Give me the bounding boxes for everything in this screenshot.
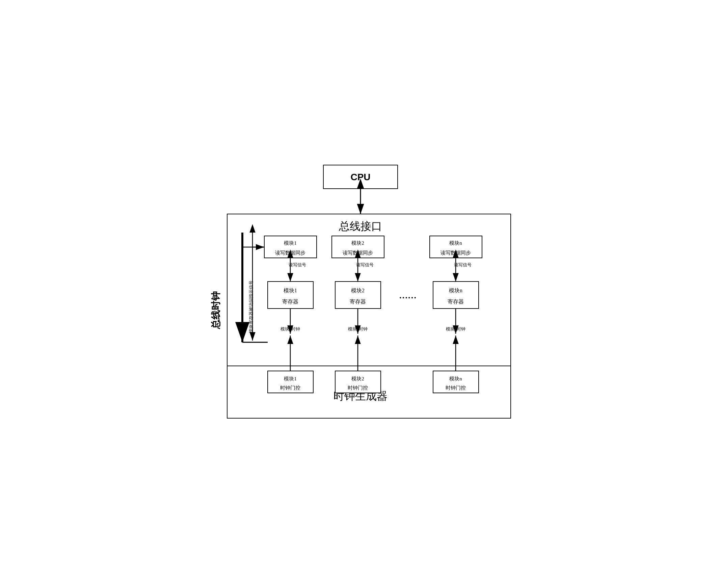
modulen-reg-label2: 寄存器 bbox=[448, 299, 464, 304]
modulen-register-box bbox=[433, 281, 479, 309]
modulen-reg-label1: 模块n bbox=[449, 288, 463, 293]
ellipsis-label: …… bbox=[399, 291, 417, 300]
modulen-clock-label1: 模块n bbox=[449, 376, 462, 381]
module2-reg-label1: 模块2 bbox=[351, 288, 364, 293]
bus-clock-label: 总线时钟 bbox=[210, 291, 221, 330]
modulen-clock-label2: 时钟门控 bbox=[446, 385, 466, 391]
m1-clock-label: 模块1时钟 bbox=[280, 327, 300, 332]
module2-clock-label1: 模块2 bbox=[352, 376, 364, 381]
cpu-label: CPU bbox=[351, 172, 370, 182]
module1-clock-label2: 时钟门控 bbox=[280, 385, 300, 391]
m2-clock-label: 模块2时钟 bbox=[348, 327, 368, 332]
module1-reg-label1: 模块1 bbox=[283, 288, 297, 293]
module2-clock-label2: 时钟门控 bbox=[348, 385, 368, 391]
m1-rw-label: 读写信号 bbox=[289, 262, 306, 267]
module2-sync-label1: 模块2 bbox=[352, 240, 364, 246]
modulen-sync-label1: 模块n bbox=[449, 240, 462, 246]
module1-reg-label2: 寄存器 bbox=[282, 299, 298, 304]
diagram-container: CPU 总线接口 模块1 读写数据同步 模块2 读写数据同步 模块n 读写数据同… bbox=[209, 158, 512, 430]
module2-register-box bbox=[335, 281, 381, 309]
m2-rw-label: 读写信号 bbox=[356, 262, 374, 267]
module1-register-box bbox=[268, 281, 313, 309]
module2-sync-label2: 读写数据同步 bbox=[343, 250, 373, 255]
module1-sync-label2: 读写数据同步 bbox=[275, 250, 305, 255]
module1-clock-label1: 模块1 bbox=[284, 376, 297, 381]
main-diagram-svg: CPU 总线接口 模块1 读写数据同步 模块2 读写数据同步 模块n 读写数据同… bbox=[209, 158, 512, 428]
modulen-sync-label2: 读写数据同步 bbox=[441, 250, 471, 255]
module1-sync-label1: 模块1 bbox=[284, 240, 297, 246]
module2-reg-label2: 寄存器 bbox=[350, 299, 366, 304]
mn-clock-label: 模块n时钟 bbox=[446, 327, 466, 332]
mn-rw-label: 读写信号 bbox=[454, 262, 471, 267]
bus-interface-label: 总线接口 bbox=[339, 220, 382, 232]
